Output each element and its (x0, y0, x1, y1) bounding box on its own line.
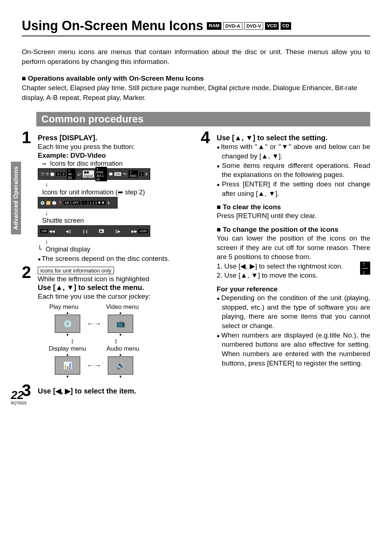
arrow-horiz-icon: ←→ (87, 361, 101, 370)
step-4-bullet-1: Items with "▲" or "▼" above and below ca… (217, 142, 370, 161)
display-menu-icon: 📊 (55, 356, 80, 375)
clear-icons-heading: To clear the icons (217, 203, 370, 211)
osd-shuttle: 100◀◀ ◀❙ ❙❙ ▶ ❙▶ ▶▶x100 (38, 225, 150, 237)
step-1-title: Press [DISPLAY]. (38, 134, 191, 142)
step-2: 2 Icons for unit information only While … (22, 265, 191, 379)
osd-unit-info: 💿🔁🕐📍 AB OFF --- 1 2 3 ✱ ✱ ⇕ (38, 197, 118, 209)
badge-cd: CD (281, 22, 291, 30)
step-4-bullet-2: Some items require different operations.… (217, 161, 370, 179)
step-4-number: 4 (201, 130, 213, 145)
page-title: Using On-Screen Menu Icons RAM DVD-A DVD… (22, 18, 370, 36)
clear-icons-text: Press [RETURN] until they clear. (217, 211, 370, 221)
play-menu-icon: 💿 (55, 315, 80, 333)
badge-dvdv: DVD-V (244, 22, 263, 30)
arrow-down-icon: ↓ (45, 181, 191, 188)
position-icon: ↑—↓ (360, 262, 370, 275)
position-step-2: 2. Use [▲, ▼] to move the icons. (217, 271, 370, 280)
step-4: 4 Use [▲, ▼] to select the setting. Item… (201, 130, 370, 368)
arrow-down-icon: ↓ (45, 209, 191, 217)
page-number: 22 (11, 388, 26, 402)
reference-heading: For your reference (217, 285, 370, 293)
ops-heading: Operations available only with On-Screen… (22, 74, 370, 82)
ops-list: Chapter select, Elapsed play time, Still… (22, 83, 370, 102)
step-2-line1: While the leftmost icon is highlighted (38, 274, 191, 284)
osd-disc-info: 🎬©🕐 2 2 1 : 46 : 50 🔊 ◼◼ Digital 1 ENG 3… (38, 168, 150, 180)
badge-ram: RAM (207, 22, 221, 30)
step-1: 1 Press [DISPLAY]. Each time you press t… (22, 130, 191, 263)
arrow-vert-icon: ↕ (70, 337, 74, 345)
arrow-down-icon: ↓ (45, 238, 191, 245)
badge-vcd: VCD (265, 22, 278, 30)
step-3-title: Use [◀, ▶] to select the item. (38, 387, 191, 395)
step-4-bullet-3: Press [ENTER] if the setting does not ch… (217, 179, 370, 198)
audio-menu-icon: 🔊 (108, 356, 133, 375)
step-1-number: 1 (22, 130, 34, 145)
disc-info-label: → Icons for disc information (42, 160, 191, 167)
menu-cycle-diagram: Play menu Video menu ▲💿▼ ←→ ▲📺▼ ↕ ↕ (38, 303, 150, 379)
shuttle-label: Shuttle screen (42, 217, 191, 225)
video-menu-icon: 📺 (108, 315, 133, 333)
document-id: RQT6025 (11, 401, 26, 405)
arrow-vert-icon: ↕ (114, 337, 118, 345)
position-heading: To change the position of the icons (217, 226, 370, 234)
step-2-boxnote: Icons for unit information only (38, 267, 114, 274)
unit-info-label: Icons for unit information (➡ step 2) (42, 188, 191, 196)
disc-type-badges: RAM DVD-A DVD-V VCD CD (207, 22, 291, 30)
step-1-line: Each time you press the button: (38, 142, 191, 152)
badge-dvda: DVD-A (223, 22, 242, 30)
reference-bullet-2: When numbers are displayed (e.g.title No… (217, 331, 370, 368)
sidebar-tab: Advanced Operations (11, 162, 21, 234)
orig-display-label: └ Original display (38, 245, 191, 253)
arrow-horiz-icon: ←→ (87, 319, 101, 328)
position-step-1: 1. Use [◀, ▶] to select the rightmost ic… (217, 262, 370, 271)
step-2-title: Use [▲, ▼] to select the menu. (38, 283, 191, 292)
page-footer: 22 RQT6025 (11, 388, 26, 405)
step-2-line2: Each time you use the cursor jockey: (38, 292, 191, 301)
position-text: You can lower the position of the icons … (217, 234, 370, 262)
example-label: Example: DVD-Video (38, 152, 191, 160)
step-1-bullet: The screens depend on the disc contents. (38, 254, 191, 263)
sidebar-label: Advanced Operations (13, 166, 19, 230)
step-4-title: Use [▲, ▼] to select the setting. (217, 134, 370, 142)
reference-bullet-1: Depending on the condition of the unit (… (217, 293, 370, 331)
section-bar: Common procedures (36, 112, 370, 126)
step-3: 3 Use [◀, ▶] to select the item. (22, 383, 191, 398)
step-2-number: 2 (22, 265, 34, 280)
intro-text: On-Screen menu icons are menus that cont… (22, 47, 370, 66)
